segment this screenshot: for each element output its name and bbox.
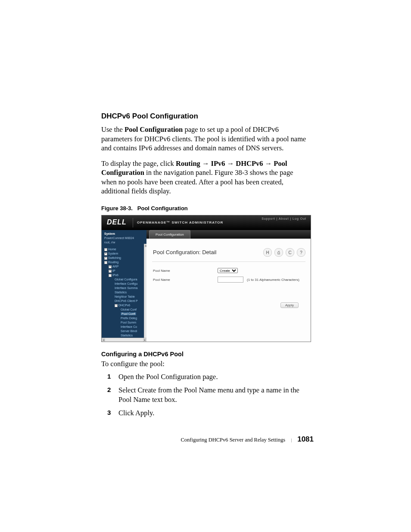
figure-screenshot: DELL OPENMANAGE™ SWITCH ADMINISTRATOR Su… bbox=[101, 215, 311, 342]
text: page. bbox=[201, 373, 218, 381]
tab-pool-configuration[interactable]: Pool Configuration bbox=[149, 230, 190, 239]
minus-icon[interactable]: − bbox=[115, 304, 118, 307]
tree-item-system[interactable]: +System bbox=[104, 252, 146, 256]
tree-item-ip[interactable]: +IP bbox=[104, 269, 146, 273]
text-bold: Pool Name bbox=[118, 395, 150, 404]
tree-item-dhcpv6[interactable]: −DHCPv6 bbox=[104, 303, 146, 308]
subsection-heading: Configuring a DHCPv6 Pool bbox=[101, 351, 310, 358]
nav-routing: Routing bbox=[176, 159, 200, 168]
text-bold: Apply bbox=[135, 409, 153, 417]
text: Use the bbox=[101, 125, 125, 134]
field-label: Pool Name bbox=[153, 269, 218, 273]
minus-icon[interactable]: − bbox=[104, 261, 107, 264]
tree-item[interactable]: DHCPv6 Client P bbox=[104, 299, 146, 303]
step-number: 3 bbox=[107, 408, 111, 417]
tree-item-arp[interactable]: +ARP bbox=[104, 264, 146, 269]
footer-separator: | bbox=[286, 438, 296, 442]
app-topbar: DELL OPENMANAGE™ SWITCH ADMINISTRATOR Su… bbox=[102, 215, 311, 230]
tree-item[interactable]: Interface Summa bbox=[104, 286, 146, 290]
tree-item[interactable]: Interface Co bbox=[104, 325, 146, 329]
label: Switching bbox=[108, 256, 121, 259]
paragraph-3: To configure the pool: bbox=[101, 359, 310, 368]
form-row-pool-name-select: Pool Name Create bbox=[147, 266, 311, 275]
save-icon[interactable]: H bbox=[263, 248, 272, 257]
tree-item-selected[interactable]: Pool Confi bbox=[104, 312, 146, 316]
footer-chapter: Configuring DHCPv6 Server and Relay Sett… bbox=[181, 437, 285, 443]
figure-title: Pool Configuration bbox=[137, 205, 188, 212]
text: from the bbox=[156, 386, 184, 394]
nav-dhcpv6: DHCPv6 bbox=[236, 159, 263, 168]
toolbar: H ⎙ C ? bbox=[263, 248, 305, 257]
arrow-icon: → bbox=[265, 159, 272, 168]
tree-item[interactable]: Pool Summ bbox=[104, 320, 146, 325]
tree-item[interactable]: Statistics bbox=[104, 290, 146, 295]
text: menu and type a name in the bbox=[216, 386, 299, 394]
app-title: OPENMANAGE™ SWITCH ADMINISTRATOR bbox=[137, 221, 223, 224]
label: Pool Confi bbox=[121, 312, 136, 315]
pool-name-input[interactable] bbox=[218, 277, 243, 283]
text-bold: Create bbox=[137, 386, 156, 394]
top-links[interactable]: Support | About | Log Out bbox=[262, 217, 306, 220]
tree-item[interactable]: Global Configura bbox=[104, 277, 146, 282]
tree-item[interactable]: Interface Configu bbox=[104, 282, 146, 286]
tree-item[interactable]: Statistics bbox=[104, 333, 146, 338]
dell-logo: DELL bbox=[107, 218, 127, 226]
plus-icon[interactable]: + bbox=[109, 270, 112, 273]
nav-ipv6: IPv6 bbox=[211, 159, 225, 168]
main-panel: H ⎙ C ? Pool Configuration: Detail Pool … bbox=[147, 239, 311, 342]
help-icon[interactable]: ? bbox=[297, 248, 305, 257]
text: Select bbox=[118, 386, 137, 394]
text: Click bbox=[118, 409, 135, 417]
apply-button[interactable]: Apply bbox=[280, 302, 299, 308]
label: IPv6 bbox=[112, 274, 118, 277]
label: Home bbox=[108, 248, 116, 251]
tree-item-ipv6[interactable]: −IPv6 bbox=[104, 273, 146, 277]
text: To display the page, click bbox=[101, 159, 176, 168]
step-3: 3 Click Apply. bbox=[101, 408, 310, 422]
paragraph-2: To display the page, click Routing → IPv… bbox=[101, 159, 310, 196]
tree-user: root, r/w bbox=[104, 240, 146, 245]
tree-item-switching[interactable]: +Switching bbox=[104, 256, 146, 260]
page-footer: Configuring DHCPv6 Server and Relay Sett… bbox=[0, 435, 411, 444]
tree-item[interactable]: Server Bindi bbox=[104, 329, 146, 333]
vertical-scrollbar[interactable]: ▴▾ bbox=[144, 244, 146, 342]
field-label: Pool Name bbox=[153, 278, 218, 282]
arrow-icon: → bbox=[202, 159, 209, 168]
tree-item-routing[interactable]: −Routing bbox=[104, 260, 146, 264]
step-1: 1 Open the Pool Configuration page. bbox=[101, 372, 310, 386]
step-number: 2 bbox=[107, 386, 111, 394]
scroll-up-icon[interactable]: ▴ bbox=[144, 244, 146, 247]
label: DHCPv6 bbox=[118, 304, 130, 307]
text-bold: Pool Name bbox=[184, 386, 216, 394]
label: Routing bbox=[108, 261, 118, 264]
text: . bbox=[153, 409, 154, 417]
minus-icon[interactable]: − bbox=[104, 248, 107, 251]
divider bbox=[152, 261, 305, 262]
scroll-left-icon[interactable]: ◂ bbox=[102, 338, 105, 342]
minus-icon[interactable]: − bbox=[109, 274, 112, 277]
text-bold: Pool Configuration bbox=[146, 373, 201, 381]
pool-name-select[interactable]: Create bbox=[218, 268, 238, 273]
label: IP bbox=[112, 269, 115, 272]
plus-icon[interactable]: + bbox=[109, 265, 112, 268]
paragraph-1: Use the Pool Configuration page to set u… bbox=[101, 125, 310, 152]
field-hint: (1 to 31 Alphanumeric Characters) bbox=[243, 278, 299, 282]
plus-icon[interactable]: + bbox=[104, 252, 107, 255]
steps-list: 1 Open the Pool Configuration page. 2 Se… bbox=[101, 372, 310, 422]
plus-icon[interactable]: + bbox=[104, 257, 107, 260]
tree-item[interactable]: Prefix Deleg bbox=[104, 316, 146, 320]
label: ARP bbox=[112, 265, 118, 268]
label: System bbox=[108, 252, 118, 255]
tree-model: PowerConnect M8024 bbox=[104, 236, 146, 240]
print-icon[interactable]: ⎙ bbox=[274, 248, 283, 257]
tree-item-home[interactable]: −Home bbox=[104, 247, 146, 252]
text-bold: Pool Configuration bbox=[125, 125, 183, 134]
refresh-icon[interactable]: C bbox=[286, 248, 294, 257]
tree-item[interactable]: Global Conf bbox=[104, 308, 146, 312]
scroll-right-icon[interactable]: ▸ bbox=[143, 338, 146, 342]
nav-tree[interactable]: System PowerConnect M8024 root, r/w −Hom… bbox=[102, 230, 146, 342]
figure-label: Figure 38-3. bbox=[101, 205, 133, 212]
tree-system[interactable]: System bbox=[104, 232, 146, 236]
horizontal-scrollbar[interactable]: ◂▸ bbox=[102, 338, 146, 342]
tree-item[interactable]: Neighbor Table bbox=[104, 295, 146, 299]
